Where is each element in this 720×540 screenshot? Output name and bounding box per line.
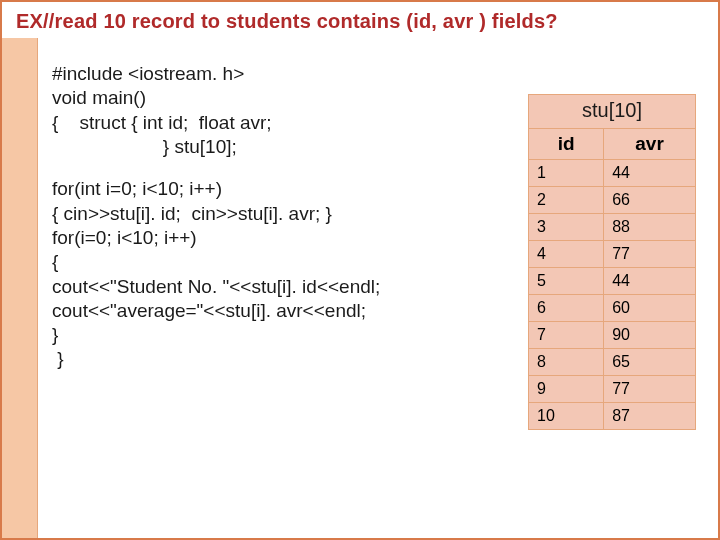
slide-frame: EX//read 10 record to students contains … xyxy=(0,0,720,540)
cell-avr: 90 xyxy=(604,322,696,349)
code-line: cout<<"average="<<stu[i]. avr<<endl; xyxy=(52,300,366,321)
table-header-avr: avr xyxy=(604,129,696,160)
cell-id: 10 xyxy=(529,403,604,430)
code-line: } xyxy=(52,348,64,369)
code-line: for(int i=0; i<10; i++) xyxy=(52,178,222,199)
cell-avr: 65 xyxy=(604,349,696,376)
table-row: 388 xyxy=(529,214,696,241)
table-header-id: id xyxy=(529,129,604,160)
code-line: for(i=0; i<10; i++) xyxy=(52,227,197,248)
stu-table: id avr 144 266 388 477 544 660 790 865 9… xyxy=(528,128,696,430)
left-accent-bar xyxy=(2,38,38,538)
cell-avr: 66 xyxy=(604,187,696,214)
cell-id: 4 xyxy=(529,241,604,268)
slide-title: EX//read 10 record to students contains … xyxy=(16,10,704,33)
cell-id: 5 xyxy=(529,268,604,295)
table-row: 660 xyxy=(529,295,696,322)
table-row: 544 xyxy=(529,268,696,295)
cell-id: 3 xyxy=(529,214,604,241)
cell-id: 6 xyxy=(529,295,604,322)
table-row: 266 xyxy=(529,187,696,214)
cell-id: 9 xyxy=(529,376,604,403)
code-line: { cin>>stu[i]. id; cin>>stu[i]. avr; } xyxy=(52,203,332,224)
cell-id: 8 xyxy=(529,349,604,376)
cell-id: 7 xyxy=(529,322,604,349)
code-line: { struct { int id; float avr; xyxy=(52,112,272,133)
code-line: void main() xyxy=(52,87,146,108)
cell-avr: 44 xyxy=(604,160,696,187)
code-line: { xyxy=(52,251,58,272)
code-line: cout<<"Student No. "<<stu[i]. id<<endl; xyxy=(52,276,380,297)
table-row: 790 xyxy=(529,322,696,349)
table-row: 477 xyxy=(529,241,696,268)
code-content: #include <iostream. h> void main() { str… xyxy=(52,62,482,390)
code-block-1: #include <iostream. h> void main() { str… xyxy=(52,62,482,159)
struct-caption: stu[10] xyxy=(528,94,696,128)
table-row: 977 xyxy=(529,376,696,403)
table-row: 144 xyxy=(529,160,696,187)
cell-avr: 60 xyxy=(604,295,696,322)
code-line: #include <iostream. h> xyxy=(52,63,244,84)
cell-avr: 87 xyxy=(604,403,696,430)
code-line: } xyxy=(52,324,58,345)
code-line: } stu[10]; xyxy=(52,136,237,157)
cell-avr: 44 xyxy=(604,268,696,295)
cell-id: 2 xyxy=(529,187,604,214)
cell-id: 1 xyxy=(529,160,604,187)
cell-avr: 77 xyxy=(604,241,696,268)
cell-avr: 88 xyxy=(604,214,696,241)
data-side-panel: stu[10] id avr 144 266 388 477 544 660 7… xyxy=(528,94,696,430)
table-row: 1087 xyxy=(529,403,696,430)
cell-avr: 77 xyxy=(604,376,696,403)
table-header-row: id avr xyxy=(529,129,696,160)
code-block-2: for(int i=0; i<10; i++) { cin>>stu[i]. i… xyxy=(52,177,482,372)
table-row: 865 xyxy=(529,349,696,376)
